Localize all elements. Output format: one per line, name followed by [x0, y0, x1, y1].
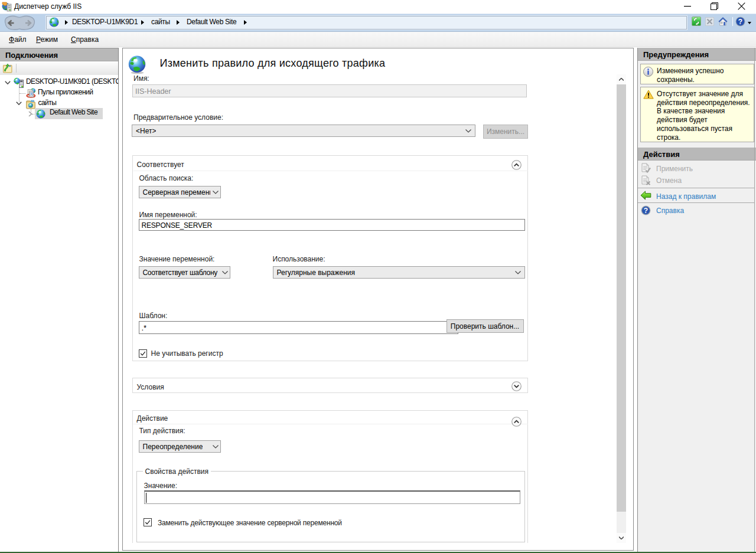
svg-text:?: ? [738, 18, 742, 26]
svg-text:?: ? [644, 207, 648, 215]
